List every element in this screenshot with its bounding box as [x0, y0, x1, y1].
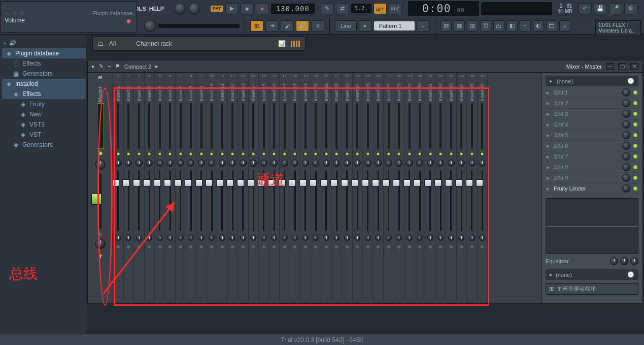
fx-slot[interactable]: ▸Slot 9 [546, 173, 638, 183]
mixer-menu-icon[interactable]: ▸ [92, 63, 95, 70]
mixer-track-26[interactable]: 26Insert 26 [374, 73, 384, 303]
mixer-max[interactable]: ▢ [618, 63, 626, 70]
mixer-track-20[interactable]: 20Insert 20 [311, 73, 322, 303]
fx-slot[interactable]: ▸Slot 2 [546, 98, 638, 109]
snap-next[interactable]: ▸ [359, 20, 372, 32]
channel-bars-icon[interactable] [291, 41, 300, 47]
menu-help[interactable]: HELP [149, 6, 164, 12]
output-select[interactable]: ▸(none)🕘 [546, 269, 638, 280]
mixer-track-7[interactable]: 7Insert 7 [176, 73, 186, 303]
fx-slot[interactable]: ▸Slot 4 [546, 119, 638, 130]
fx-slot[interactable]: ▸Slot 6 [546, 141, 638, 151]
collapse-icon[interactable]: ▪ [4, 40, 6, 46]
shortcut-9[interactable]: 🗔 [546, 20, 557, 32]
shortcut-browser[interactable]: 🗀 [493, 20, 504, 32]
snap-select[interactable]: Line [335, 20, 357, 32]
mixer-track-2[interactable]: 2Insert 2 [124, 73, 134, 303]
mixer-track-10[interactable]: 10Insert 10 [207, 73, 218, 303]
view-playlist[interactable]: ▥ [250, 20, 263, 32]
mixer-track-31[interactable]: 31Insert 31 [425, 73, 436, 303]
fx-slot[interactable]: ▸Slot 3 [546, 109, 638, 119]
shortcut-mixer[interactable]: 𝍖 [480, 20, 491, 32]
mixer-track-24[interactable]: 24Insert 24 [353, 73, 363, 303]
fx-slot[interactable]: ▸Slot 5 [546, 130, 638, 141]
mixer-track-29[interactable]: 29Insert 29 [404, 73, 415, 303]
pat-song-toggle[interactable]: PAT [211, 6, 223, 12]
mixer-track-8[interactable]: 8Insert 8 [186, 73, 197, 303]
view-link[interactable]: 🔗 [296, 20, 309, 32]
fx-slot[interactable]: ▸Slot 8 [546, 162, 638, 173]
plugin-input[interactable]: ▸ (none) 🕘 [546, 76, 638, 86]
browser-item[interactable]: ◈VST [2, 130, 86, 140]
mixer-close[interactable]: ✕ [630, 63, 638, 70]
mixer-track-11[interactable]: 11Insert 11 [217, 73, 228, 303]
master-fader[interactable] [95, 173, 106, 229]
fx-slot-used[interactable]: ▸Fruity Limiter [546, 183, 638, 194]
mixer-track-30[interactable]: 30Insert 30 [415, 73, 426, 303]
eq-low-knob[interactable] [610, 257, 618, 265]
wait-button[interactable]: ш✓ [389, 3, 402, 14]
mixer-track-12[interactable]: 12Insert 12 [228, 73, 239, 303]
mixer-layout-button[interactable]: Compact 2 [124, 64, 151, 70]
output-driver[interactable]: ⊞主声音驱动程序 [546, 283, 638, 295]
browser-item[interactable]: ◈Generators [2, 140, 86, 150]
mixer-track-18[interactable]: 18Insert 18 [290, 73, 301, 303]
mixer-track-25[interactable]: 25Insert 25 [363, 73, 374, 303]
view-mic[interactable]: 🎙 [311, 20, 324, 32]
eq-display[interactable] [546, 198, 638, 254]
pattern-select[interactable]: Pattern 1 [374, 21, 415, 30]
mixer-flag-icon[interactable]: ⚑ [115, 63, 120, 70]
view-arrow[interactable]: ➜ [265, 20, 279, 32]
master-stereo-icon[interactable]: ⎋ [98, 231, 102, 237]
mixer-track-32[interactable]: 32Insert 32 [436, 73, 447, 303]
save-button[interactable]: 💾 [594, 3, 607, 14]
master-route-arrow[interactable]: ▼ [97, 253, 104, 260]
step-display[interactable]: 3.2. [351, 4, 371, 13]
mixer-track-9[interactable]: 9Insert 9 [196, 73, 207, 303]
channel-rack-window[interactable]: 🗀 All Channel rack 📊 [92, 37, 306, 51]
time-display[interactable]: 0:00:00 [408, 1, 479, 16]
eq-high-knob[interactable] [630, 257, 638, 265]
metronome-button[interactable]: ш+ [374, 3, 387, 14]
main-volume-knob[interactable] [174, 3, 186, 15]
shortcut-pianoroll[interactable]: ▦ [454, 20, 465, 32]
mixer-track-34[interactable]: 34Insert 34 [457, 73, 467, 303]
render-button[interactable]: 🎤 [609, 3, 622, 14]
mixer-track-22[interactable]: 22Insert 22 [332, 73, 343, 303]
browser-item[interactable]: ◈New [2, 109, 86, 119]
mixer-track-36[interactable]: 36Insert 36 [478, 73, 488, 303]
browser-item[interactable]: ◈Installed [2, 79, 86, 89]
browser-item[interactable]: ◈VST3 [2, 119, 86, 130]
shortcut-8[interactable]: ◐ [533, 20, 544, 32]
shortcut-7[interactable]: ⌁ [520, 20, 531, 32]
main-pitch-knob[interactable] [188, 3, 200, 15]
mixer-track-6[interactable]: 6Insert 6 [165, 73, 176, 303]
master-mute-led[interactable] [98, 151, 103, 156]
shortcut-channelrack[interactable]: ▥ [467, 20, 478, 32]
fx-slot[interactable]: ▸Slot 7 [546, 151, 638, 162]
tool-icon-1[interactable]: ✎ [321, 3, 334, 14]
browser-item[interactable]: ◈Effects [2, 89, 86, 99]
channel-graph-icon[interactable]: 📊 [278, 40, 286, 47]
mixer-track-4[interactable]: 4Insert 4 [145, 73, 155, 303]
mixer-track-19[interactable]: 19Insert 19 [300, 73, 311, 303]
volume-icon[interactable]: 🔊 [9, 40, 16, 46]
mixer-track-28[interactable]: 28Insert 28 [394, 73, 405, 303]
play-button[interactable]: ▶ [225, 3, 239, 14]
mixer-track-21[interactable]: 21Insert 21 [321, 73, 332, 303]
mixer-track-5[interactable]: 5Insert 5 [155, 73, 165, 303]
record-button[interactable]: ● [256, 3, 269, 14]
channel-filter[interactable]: All [109, 40, 116, 47]
mixer-track-1[interactable]: 1Insert 1 [113, 73, 124, 303]
fx-slot[interactable]: ▸Slot 1 [546, 87, 638, 98]
mixer-wave-icon[interactable]: ⌁ [108, 63, 111, 70]
master-pan[interactable] [95, 160, 106, 170]
pan-knob[interactable] [144, 20, 156, 32]
news-panel[interactable]: 11/01 FLEX | Monsters Libra.. [595, 20, 641, 36]
browser-item[interactable]: ◈Fruity [2, 99, 86, 109]
eq-mid-knob[interactable] [620, 257, 628, 265]
shortcut-10[interactable]: ≡ [559, 20, 570, 32]
browser-item[interactable]: ◈Plugin database [2, 48, 86, 58]
settings-button[interactable]: ⚙ [624, 3, 637, 14]
browser-item[interactable]: ▦Generators [2, 69, 86, 79]
